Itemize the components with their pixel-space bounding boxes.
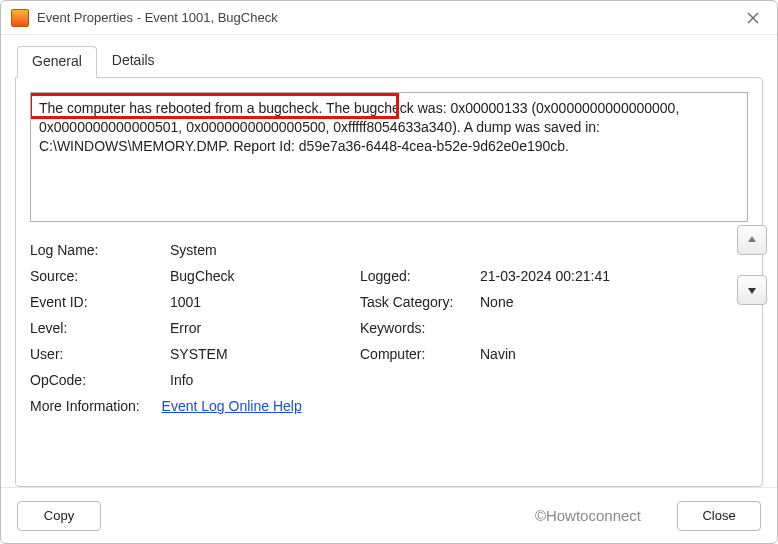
footer: Copy ©Howtoconnect Close [1, 487, 777, 543]
description-text: The computer has rebooted from a bugchec… [39, 100, 679, 154]
content-area: General Details The computer has reboote… [1, 35, 777, 487]
watermark-text: ©Howtoconnect [535, 507, 641, 524]
arrow-up-button[interactable] [737, 225, 767, 255]
source-value: BugCheck [170, 268, 360, 284]
event-id-value: 1001 [170, 294, 360, 310]
app-icon [11, 9, 29, 27]
task-category-value: None [480, 294, 748, 310]
logged-label: Logged: [360, 268, 480, 284]
properties-grid: Log Name: System Source: BugCheck Logged… [30, 242, 748, 388]
more-info-label: More Information: [30, 398, 140, 414]
close-icon[interactable] [739, 4, 767, 32]
more-info-row: More Information: Event Log Online Help [30, 398, 748, 414]
user-label: User: [30, 346, 170, 362]
logged-value: 21-03-2024 00:21:41 [480, 268, 748, 284]
level-value: Error [170, 320, 360, 336]
computer-label: Computer: [360, 346, 480, 362]
nav-arrows [737, 225, 767, 305]
copy-button[interactable]: Copy [17, 501, 101, 531]
source-label: Source: [30, 268, 170, 284]
opcode-label: OpCode: [30, 372, 170, 388]
event-id-label: Event ID: [30, 294, 170, 310]
event-properties-window: Event Properties - Event 1001, BugCheck … [0, 0, 778, 544]
arrow-down-button[interactable] [737, 275, 767, 305]
tab-details[interactable]: Details [97, 45, 170, 77]
task-category-label: Task Category: [360, 294, 480, 310]
user-value: SYSTEM [170, 346, 360, 362]
tab-general[interactable]: General [17, 46, 97, 78]
keywords-label: Keywords: [360, 320, 480, 336]
log-name-value: System [170, 242, 748, 258]
more-info-link[interactable]: Event Log Online Help [162, 398, 302, 414]
level-label: Level: [30, 320, 170, 336]
titlebar: Event Properties - Event 1001, BugCheck [1, 1, 777, 35]
window-title: Event Properties - Event 1001, BugCheck [37, 10, 739, 25]
tab-panel: The computer has rebooted from a bugchec… [15, 77, 763, 487]
close-button[interactable]: Close [677, 501, 761, 531]
opcode-value: Info [170, 372, 748, 388]
computer-value: Navin [480, 346, 748, 362]
log-name-label: Log Name: [30, 242, 170, 258]
description-box[interactable]: The computer has rebooted from a bugchec… [30, 92, 748, 222]
tab-strip: General Details [17, 45, 763, 77]
